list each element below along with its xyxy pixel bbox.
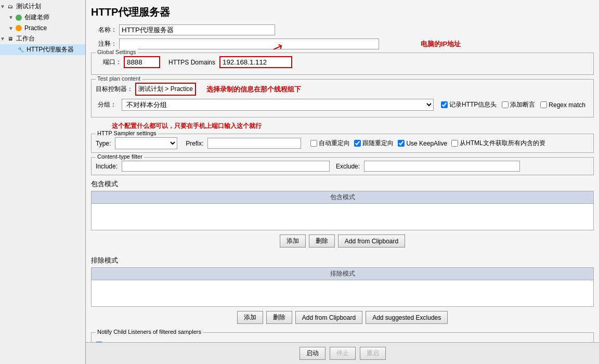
keepalive-cb[interactable]: [398, 140, 405, 147]
test-plan-content-title: Test plan content: [96, 75, 142, 82]
expand-arrow4: ▼: [0, 36, 5, 42]
html-files-cb[interactable]: [451, 140, 458, 147]
exclude-pattern-list: 排除模式: [91, 267, 594, 307]
sidebar-item-workbench[interactable]: ▼ 🖥 工作台: [0, 33, 85, 44]
group-label: 分组：: [96, 100, 116, 109]
notify-center: Notify Child Listeners of filtered sampl…: [96, 337, 589, 342]
group-row: 分组： 不对样本分组 在组间加入分隔 每个组放入一个新的控制器 只存储每个组的第…: [96, 99, 589, 111]
target-value: 测试计划 > Practice: [135, 83, 196, 96]
include-clipboard-btn[interactable]: Add from Clipboard: [338, 235, 405, 248]
exclude-suggested-btn[interactable]: Add suggested Excludes: [366, 311, 448, 324]
notify-checkbox-label[interactable]: Notify Child Listeners of filtered sampl…: [96, 341, 589, 342]
sidebar-item-http-proxy[interactable]: 🔧 HTTP代理服务器: [0, 44, 85, 55]
page-title: HTTP代理服务器: [91, 5, 594, 19]
follow-redirect-text: 跟随重定向: [362, 139, 394, 148]
global-settings-section: Global Settings 端口： HTTPS Domains ↙: [91, 53, 594, 75]
expand-arrow3: ▼: [8, 25, 14, 31]
notify-section: Notify Child Listeners of filtered sampl…: [91, 332, 594, 342]
notify-checkbox-text: Notify Child Listeners of filtered sampl…: [104, 341, 217, 342]
include-pattern-title: 包含模式: [91, 179, 594, 189]
auto-redirect-cb[interactable]: [310, 140, 317, 147]
group-select[interactable]: 不对样本分组 在组间加入分隔 每个组放入一个新的控制器 只存储每个组的第一个样本: [122, 99, 434, 111]
comment-input[interactable]: [119, 38, 379, 49]
expand-arrow: ▼: [0, 4, 5, 9]
include-add-btn[interactable]: 添加: [280, 235, 306, 248]
target-controller-row: 目标控制器： 测试计划 > Practice 选择录制的信息在那个线程组下: [96, 83, 589, 96]
include-pattern-buttons: 添加 删除 Add from Clipboard: [91, 232, 594, 250]
exclude-pattern-title: 排除模式: [91, 256, 594, 265]
stop-btn[interactable]: 停止: [330, 347, 356, 360]
cb-add-assertion-text: 添加断言: [510, 100, 535, 109]
exclude-add-btn[interactable]: 添加: [237, 311, 263, 324]
expand-arrow2: ▼: [8, 15, 14, 20]
notify-checkbox[interactable]: [96, 342, 102, 343]
annotation-target: 选择录制的信息在那个线程组下: [206, 85, 301, 94]
follow-redirect-cb[interactable]: [354, 140, 361, 147]
auto-redirect-text: 自动重定向: [319, 139, 350, 148]
exclude-pattern-buttons: 添加 删除 Add from Clipboard Add suggested E…: [91, 309, 594, 326]
sidebar-item-practice[interactable]: ▼ Practice: [0, 23, 85, 33]
include-pattern-header: 包含模式: [92, 191, 593, 204]
type-select[interactable]: [115, 137, 177, 149]
cb-regex-label[interactable]: Regex match: [540, 101, 585, 109]
exclude-clipboard-btn[interactable]: Add from Clipboard: [295, 311, 362, 324]
sidebar-label: Practice: [24, 24, 47, 32]
prefix-label: Prefix:: [186, 140, 203, 147]
https-input[interactable]: [219, 56, 292, 68]
annotation-config: 这个配置什么都可以，只要在手机上端口输入这个就行: [112, 122, 594, 131]
comment-row: 注释： 电脑的IP地址: [91, 38, 594, 49]
prefix-input[interactable]: [207, 138, 301, 149]
global-settings-title: Global Settings: [96, 49, 138, 55]
exclude-input[interactable]: [364, 161, 520, 172]
sidebar-item-create-teacher[interactable]: ▼ 创建老师: [0, 12, 85, 23]
port-label: 端口：: [96, 58, 122, 67]
sidebar-label: HTTP代理服务器: [27, 45, 74, 54]
include-delete-btn[interactable]: 删除: [309, 235, 335, 248]
notify-title: Notify Child Listeners of filtered sampl…: [96, 329, 203, 335]
orange-circle-icon: [15, 24, 23, 32]
cb-record-http[interactable]: [441, 101, 448, 108]
name-input[interactable]: [119, 24, 275, 35]
cb-regex-text: Regex match: [549, 101, 585, 109]
exclude-label: Exclude:: [336, 163, 360, 170]
start-btn[interactable]: 启动: [300, 347, 325, 360]
exclude-pattern-header: 排除模式: [92, 268, 593, 280]
sidebar-label: 创建老师: [24, 13, 49, 22]
name-label: 名称：: [91, 25, 117, 34]
html-files-label[interactable]: 从HTML文件获取所有内含的资: [451, 139, 545, 148]
sidebar-label: 测试计划: [16, 2, 41, 11]
sidebar-item-test-plan[interactable]: ▼ 🗂 测试计划: [0, 1, 85, 12]
sidebar-label: 工作台: [16, 34, 35, 43]
cb-record-http-text: 记录HTTP信息头: [449, 100, 497, 109]
cb-record-http-label[interactable]: 记录HTTP信息头: [441, 100, 497, 109]
include-label: Include:: [96, 163, 118, 170]
comment-label: 注释：: [91, 40, 117, 48]
keepalive-label[interactable]: Use KeepAlive: [398, 140, 447, 147]
target-label: 目标控制器：: [96, 85, 133, 94]
http-sampler-settings: HTTP Sampler settings Type: Prefix: 自动重定…: [91, 134, 594, 153]
include-row: Include: Exclude:: [96, 161, 589, 172]
filter-title: Content-type filter: [96, 153, 144, 160]
include-pattern-list: 包含模式: [91, 191, 594, 230]
exclude-delete-btn[interactable]: 删除: [266, 311, 292, 324]
main-content: HTTP代理服务器 名称： 注释： 电脑的IP地址 Global Setting…: [86, 0, 599, 342]
cb-add-assertion-label[interactable]: 添加断言: [502, 100, 535, 109]
cb-add-assertion[interactable]: [502, 101, 509, 108]
html-files-text: 从HTML文件获取所有内含的资: [460, 139, 545, 148]
content-type-filter: Content-type filter Include: Exclude:: [91, 157, 594, 175]
exclude-pattern-body: [92, 280, 593, 306]
https-label: HTTPS Domains: [168, 59, 215, 66]
proxy-icon: 🔧: [17, 46, 25, 54]
sampler-title: HTTP Sampler settings: [96, 130, 158, 136]
cb-regex[interactable]: [540, 101, 547, 108]
restart-btn[interactable]: 重启: [360, 347, 386, 360]
auto-redirect-label[interactable]: 自动重定向: [310, 139, 350, 148]
global-settings-row: 端口： HTTPS Domains ↙: [96, 56, 589, 68]
workbench-icon: 🖥: [6, 35, 15, 43]
test-plan-content-section: Test plan content 目标控制器： 测试计划 > Practice…: [91, 79, 594, 118]
include-pattern-body: [92, 204, 593, 230]
include-input[interactable]: [122, 161, 330, 172]
bottom-bar: 启动 停止 重启: [86, 342, 599, 364]
follow-redirect-label[interactable]: 跟随重定向: [354, 139, 394, 148]
port-input[interactable]: [124, 56, 160, 68]
